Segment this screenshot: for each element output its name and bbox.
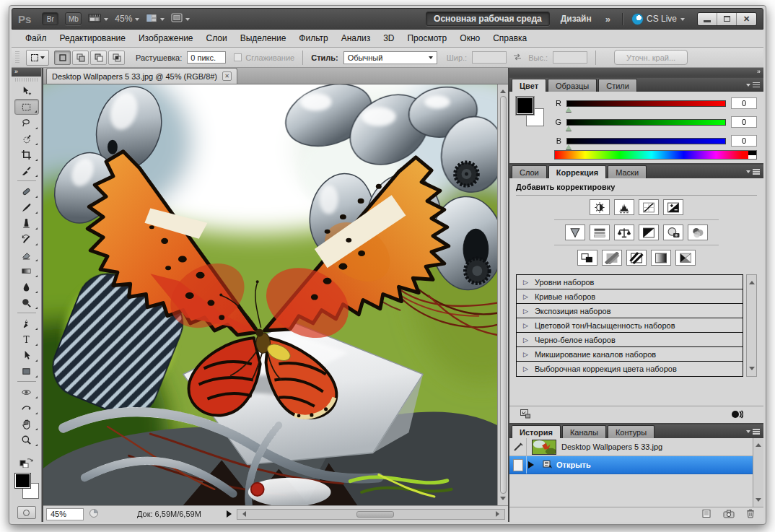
height-input[interactable] [553, 51, 587, 64]
drag-grip[interactable] [15, 51, 19, 64]
antialias-checkbox[interactable] [234, 53, 242, 61]
scroll-right-icon[interactable] [496, 511, 502, 517]
adjustment-photo-filter-button[interactable] [663, 224, 683, 240]
history-brush-well[interactable] [509, 438, 527, 455]
color-tab-0[interactable]: Цвет [512, 79, 546, 92]
history-source-checkbox[interactable] [513, 459, 523, 471]
menu-item-2[interactable]: Изображение [132, 31, 200, 45]
tool-quick-selection[interactable] [14, 131, 39, 147]
menu-item-1[interactable]: Редактирование [53, 31, 132, 45]
expander-icon[interactable]: ▷ [523, 365, 528, 372]
expander-icon[interactable]: ▷ [523, 279, 528, 286]
cs-live-dropdown[interactable]: CS Live [632, 14, 685, 25]
slider-thumb-icon[interactable] [566, 123, 572, 131]
spectrum-white-swatch[interactable] [748, 155, 756, 159]
workspace-essentials-button[interactable]: Основная рабочая среда [426, 12, 550, 26]
adjustments-tab-2[interactable]: Маски [608, 165, 647, 178]
preset-item-0[interactable]: ▷Уровни наборов [517, 275, 743, 289]
adjustment-gradient-map-button[interactable] [651, 250, 671, 266]
new-selection-button[interactable] [54, 51, 71, 65]
menu-item-7[interactable]: 3D [377, 31, 400, 45]
scroll-up-icon[interactable] [756, 440, 761, 447]
color-tab-1[interactable]: Образцы [548, 79, 597, 92]
color-tab-2[interactable]: Стили [598, 79, 637, 92]
workspace-overflow-button[interactable]: » [603, 14, 613, 25]
expanded-view-button[interactable] [520, 409, 531, 422]
adjustments-menu-icon[interactable] [746, 168, 760, 175]
channel-slider[interactable] [566, 138, 726, 144]
color-spectrum-ramp[interactable] [554, 150, 757, 160]
tool-type[interactable]: T [14, 331, 39, 347]
feather-input[interactable]: 0 пикс. [187, 51, 226, 64]
adjustment-invert-button[interactable] [577, 250, 597, 266]
intersect-selection-button[interactable] [108, 51, 125, 65]
status-menu-arrow-icon[interactable] [227, 510, 232, 518]
tool-brush[interactable] [14, 199, 39, 215]
view-extras-button[interactable] [88, 13, 108, 25]
history-tab-0[interactable]: История [512, 425, 561, 438]
tool-zoom[interactable] [14, 432, 39, 448]
close-tab-icon[interactable]: ✕ [222, 71, 232, 81]
menu-item-6[interactable]: Анализ [335, 31, 377, 45]
tool-crop[interactable] [14, 147, 39, 162]
tool-blur[interactable] [14, 279, 39, 295]
close-button[interactable]: ✕ [737, 13, 756, 25]
slider-thumb-icon[interactable] [566, 104, 572, 112]
tool-clone-stamp[interactable] [14, 215, 39, 231]
channel-value-input[interactable]: 0 [731, 116, 757, 128]
horizontal-scroll-thumb[interactable] [356, 511, 394, 518]
tool-burn[interactable] [14, 295, 39, 310]
tool-lasso[interactable] [14, 115, 39, 131]
adjustment-levels-button[interactable] [614, 199, 634, 215]
color-menu-icon[interactable] [746, 82, 760, 89]
scroll-down-icon[interactable] [500, 497, 506, 503]
tool-move[interactable] [14, 83, 39, 99]
tool-orbit-3d[interactable] [14, 400, 39, 416]
scroll-up-icon[interactable] [500, 87, 506, 93]
launch-mini-bridge-button[interactable]: Mb [65, 12, 82, 25]
scroll-down-icon[interactable] [749, 367, 755, 373]
swap-dimensions-icon[interactable] [512, 53, 523, 62]
expander-icon[interactable]: ▷ [523, 293, 528, 300]
menu-item-5[interactable]: Фильтр [292, 31, 334, 45]
horizontal-scroll-track[interactable] [248, 510, 494, 518]
subtract-selection-button[interactable] [90, 51, 107, 65]
tool-gradient[interactable] [14, 263, 39, 279]
tool-history-brush[interactable] [14, 231, 39, 247]
scroll-left-icon[interactable] [240, 511, 246, 517]
quick-mask-button[interactable] [17, 506, 36, 519]
menu-item-4[interactable]: Выделение [234, 31, 293, 45]
tool-path-selection[interactable] [14, 347, 39, 363]
adjustment-posterize-button[interactable] [602, 250, 622, 266]
tool-eyedropper[interactable] [14, 162, 39, 178]
preset-scrollbar[interactable] [746, 274, 757, 377]
zoom-level-dropdown[interactable]: 45% [115, 14, 139, 24]
expander-icon[interactable]: ▷ [523, 322, 528, 329]
channel-slider[interactable] [566, 100, 726, 107]
menu-item-10[interactable]: Справка [486, 31, 533, 45]
adjustment-hue-saturation-button[interactable] [590, 224, 610, 240]
history-brush-well[interactable] [509, 456, 527, 474]
delete-state-button[interactable] [746, 508, 755, 521]
adjustment-brightness-contrast-button[interactable] [590, 199, 610, 215]
screen-mode-button[interactable] [171, 13, 190, 25]
menu-item-9[interactable]: Окно [453, 31, 486, 45]
new-document-from-state-button[interactable] [701, 508, 711, 521]
minimize-button[interactable] [698, 13, 717, 25]
workspace-design-button[interactable]: Дизайн [556, 14, 596, 24]
expander-icon[interactable]: ▷ [523, 308, 528, 315]
add-selection-button[interactable] [72, 51, 89, 65]
default-swap-colors-icon[interactable] [19, 456, 34, 471]
launch-bridge-button[interactable]: Br [42, 12, 58, 25]
document-tab[interactable]: Desktop Wallpapers 5 33.jpg @ 45% (RGB/8… [46, 68, 237, 84]
adjustment-black-white-button[interactable] [639, 224, 659, 240]
foreground-color-swatch[interactable] [14, 473, 31, 489]
clip-to-layer-button[interactable] [730, 409, 743, 422]
history-item-0[interactable]: Desktop Wallpapers 5 33.jpg [509, 438, 753, 456]
preset-item-5[interactable]: ▷Микширование каналов наборов [517, 347, 743, 362]
tool-rectangle-shape[interactable] [14, 363, 39, 379]
foreground-color-swatch[interactable] [516, 97, 534, 115]
status-zoom-input[interactable]: 45% [46, 508, 84, 520]
adjustments-tab-0[interactable]: Слои [512, 165, 547, 178]
menu-item-3[interactable]: Слои [200, 31, 234, 45]
